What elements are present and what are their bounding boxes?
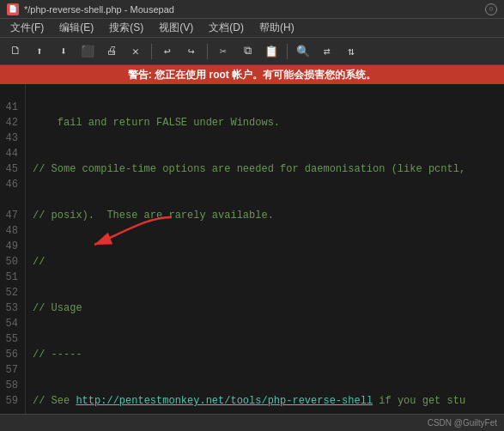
code-line-43: // [33, 254, 497, 270]
toolbar-separator-1 [151, 44, 152, 59]
ln-43: 43 [3, 131, 18, 146]
ln-57: 57 [3, 362, 18, 378]
menu-file[interactable]: 文件(F) [3, 19, 51, 37]
ln-46: 46 [3, 177, 18, 192]
close-button[interactable]: ○ [485, 3, 497, 15]
code-line-45: // ----- [33, 347, 497, 362]
ln-52: 52 [3, 285, 18, 300]
ln-55: 55 [3, 331, 18, 347]
redo-button[interactable]: ↪ [181, 41, 202, 62]
ln-54: 54 [3, 316, 18, 331]
close-file-button[interactable]: ✕ [125, 41, 146, 62]
paste-button[interactable]: 📋 [261, 41, 282, 62]
ln-48: 48 [3, 223, 18, 239]
title-bar: 📄 */php-reverse-shell.php - Mousepad ○ [0, 0, 504, 19]
ln-53: 53 [3, 300, 18, 316]
code-line-41: // Some compile-time options are needed … [33, 161, 497, 177]
ln-58: 58 [3, 378, 18, 393]
ln-56: 56 [3, 347, 18, 362]
menu-help[interactable]: 帮助(H) [252, 19, 301, 37]
status-bar: CSDN @GuiltyFet [0, 414, 504, 431]
ln-59: 59 [3, 393, 18, 409]
ln-44: 44 [3, 146, 18, 161]
menu-document[interactable]: 文档(D) [202, 19, 251, 37]
warning-banner: 警告: 您正在使用 root 帐户。有可能会损害您的系统。 [0, 65, 504, 84]
code-area[interactable]: fail and return FALSE under Windows. // … [26, 84, 504, 414]
credit-text: CSDN @GuiltyFet [428, 418, 497, 428]
toolbar: 🗋 ⬆ ⬇ ⬛ 🖨 ✕ ↩ ↪ ✂ ⧉ 📋 🔍 ⇄ ⇅ [0, 38, 504, 65]
cut-button[interactable]: ✂ [213, 41, 234, 62]
ln-41: 41 [3, 100, 18, 115]
ln-45: 45 [3, 161, 18, 177]
search-button[interactable]: 🔍 [293, 41, 313, 62]
ln-51: 51 [3, 270, 18, 285]
code-line-top: fail and return FALSE under Windows. [33, 115, 497, 131]
upload-button[interactable]: ⬆ [29, 41, 50, 62]
code-line-44: // Usage [33, 300, 497, 316]
ln-blank2 [3, 192, 18, 208]
menu-bar: 文件(F) 编辑(E) 搜索(S) 视图(V) 文档(D) 帮助(H) [0, 19, 504, 38]
line-numbers: 41 42 43 44 45 46 47 48 49 50 51 52 53 5… [0, 84, 26, 414]
goto-button[interactable]: ⇅ [341, 41, 361, 62]
copy-button[interactable]: ⧉ [237, 41, 258, 62]
window-title: */php-reverse-shell.php - Mousepad [24, 4, 174, 15]
menu-view[interactable]: 视图(V) [152, 19, 200, 37]
editor[interactable]: 41 42 43 44 45 46 47 48 49 50 51 52 53 5… [0, 84, 504, 414]
menu-search[interactable]: 搜索(S) [102, 19, 150, 37]
ln-47: 47 [3, 208, 18, 223]
replace-button[interactable]: ⇄ [317, 41, 337, 62]
code-line-46: // See http://pentestmonkey.net/tools/ph… [33, 393, 497, 409]
ln-50: 50 [3, 254, 18, 270]
ln-blank1 [3, 84, 18, 100]
new-button[interactable]: 🗋 [5, 41, 26, 62]
toolbar-separator-3 [287, 44, 288, 59]
toolbar-separator-2 [207, 44, 208, 59]
code-line-42: // posix). These are rarely available. [33, 208, 497, 223]
download-button[interactable]: ⬇ [53, 41, 74, 62]
save-as-button[interactable]: ⬛ [77, 41, 98, 62]
ln-42: 42 [3, 115, 18, 131]
menu-edit[interactable]: 编辑(E) [52, 19, 100, 37]
warning-text: 警告: 您正在使用 root 帐户。有可能会损害您的系统。 [128, 68, 376, 82]
ln-49: 49 [3, 239, 18, 254]
undo-button[interactable]: ↩ [157, 41, 178, 62]
print-button[interactable]: 🖨 [101, 41, 122, 62]
app-icon: 📄 [7, 3, 19, 15]
